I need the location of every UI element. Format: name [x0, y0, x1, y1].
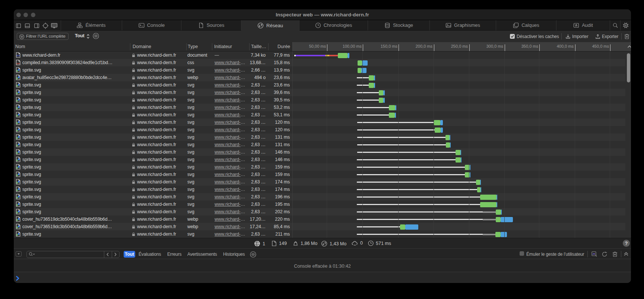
svg-text:css: css — [16, 62, 20, 64]
svg-text:JS: JS — [593, 253, 595, 255]
